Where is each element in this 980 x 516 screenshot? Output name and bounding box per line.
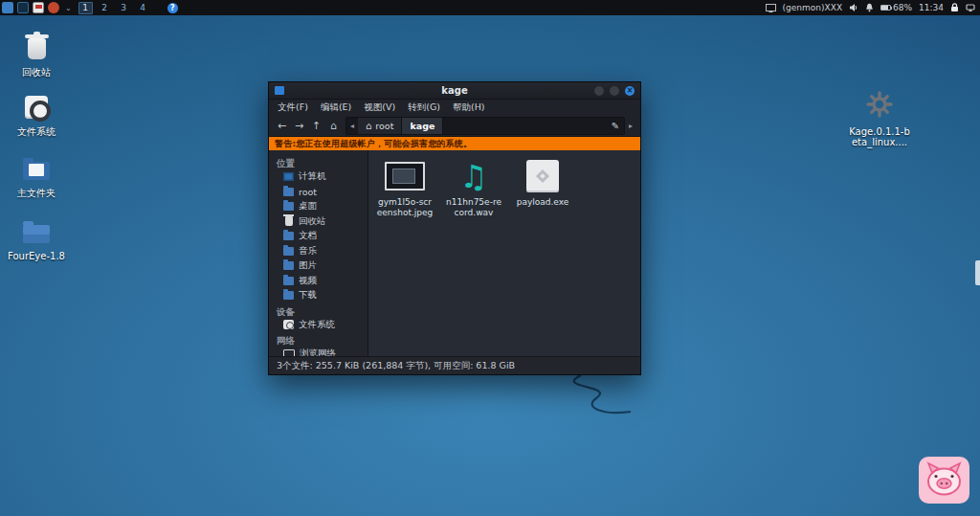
sidebar-item-pictures[interactable]: 图片	[269, 258, 368, 274]
window-app-icon	[275, 86, 284, 95]
sidebar-item-browse-network[interactable]: 浏览网络	[269, 347, 368, 356]
home-button[interactable]: ⌂	[325, 117, 342, 134]
genmon-label: (genmon)XXX	[783, 3, 842, 12]
sidebar-item-label: 桌面	[299, 200, 317, 213]
genmon-monitor-icon	[766, 4, 776, 12]
file-list-area[interactable]: gym1l5o-screenshot.jpeg ♫ n11hn75e-recor…	[368, 150, 640, 356]
desktop-icon-foureye[interactable]: FourEye-1.8	[5, 213, 68, 261]
sidebar-item-filesystem[interactable]: 文件系统	[269, 318, 368, 333]
computer-icon	[283, 172, 294, 181]
wallpaper-squiggle	[541, 373, 656, 423]
sidebar-item-label: 浏览网络	[300, 348, 336, 356]
forward-button[interactable]: →	[291, 117, 307, 134]
places-sidebar: 位置 计算机 root 桌面 回收站 文档 音乐 图片 视频 下载 设备 文件系…	[269, 150, 368, 356]
file-item-payload[interactable]: payload.exe	[513, 157, 572, 208]
disk-drive-icon	[25, 88, 48, 119]
workspace-button-2[interactable]: 2	[98, 2, 112, 14]
folder-icon	[283, 291, 294, 300]
sidebar-item-label: 文档	[299, 230, 317, 242]
path-bar[interactable]: ◂ ⌂ root kage ✎	[345, 117, 625, 135]
workspace-button-3[interactable]: 3	[117, 2, 131, 14]
help-icon[interactable]: ?	[167, 3, 178, 13]
edit-path-icon[interactable]: ✎	[607, 121, 624, 131]
workspace-button-1[interactable]: 1	[78, 2, 93, 14]
folder-icon	[23, 213, 50, 243]
battery-percent: 68%	[893, 3, 912, 12]
file-name: gym1l5o-screenshot.jpeg	[376, 197, 434, 217]
breadcrumb-current-label: kage	[410, 121, 434, 131]
sidebar-item-trash[interactable]: 回收站	[269, 214, 368, 230]
up-button[interactable]: ↑	[308, 117, 324, 134]
volume-icon[interactable]	[849, 3, 858, 12]
notification-bell-icon[interactable]	[865, 3, 874, 12]
sidebar-section-devices: 设备	[269, 303, 368, 318]
sidebar-item-videos[interactable]: 视频	[269, 274, 368, 289]
sidebar-item-computer[interactable]: 计算机	[269, 169, 368, 185]
folder-icon	[283, 202, 294, 211]
executable-file-icon	[526, 157, 559, 195]
desktop-icon-label: FourEye-1.8	[8, 251, 65, 261]
menu-edit[interactable]: 编辑(E)	[321, 101, 351, 114]
sidebar-item-documents[interactable]: 文档	[269, 229, 368, 244]
file-item-record[interactable]: ♫ n11hn75e-record.wav	[444, 157, 503, 217]
desktop-icon-filesystem[interactable]: 文件系统	[5, 88, 68, 137]
pig-sticker	[919, 457, 969, 507]
network-icon[interactable]	[966, 4, 975, 12]
clock[interactable]: 11:34	[919, 3, 944, 12]
toolbar: ← → ↑ ⌂ ◂ ⌂ root kage ✎ ▸	[269, 115, 640, 137]
desktop-icon-kage[interactable]: Kage.0.1.1-beta_linux....	[848, 88, 911, 147]
breadcrumb-root[interactable]: ⌂ root	[358, 118, 402, 134]
desktop-icon-label: 回收站	[22, 67, 51, 78]
sidebar-item-music[interactable]: 音乐	[269, 244, 368, 259]
menu-help[interactable]: 帮助(H)	[453, 101, 485, 114]
folder-icon	[283, 261, 294, 270]
lock-icon[interactable]	[950, 3, 959, 12]
app-launcher-editor-icon[interactable]	[33, 2, 44, 13]
gear-icon	[865, 88, 894, 119]
app-launcher-browser-icon[interactable]	[48, 2, 59, 13]
back-button[interactable]: ←	[274, 117, 290, 134]
panel-status-area: (genmon)XXX 68% 11:34	[766, 3, 980, 12]
sidebar-item-desktop[interactable]: 桌面	[269, 199, 368, 214]
file-name: payload.exe	[517, 197, 569, 208]
sidebar-item-label: 文件系统	[299, 319, 335, 331]
sidebar-item-label: 下载	[299, 289, 317, 302]
home-folder-icon	[23, 149, 50, 180]
window-titlebar[interactable]: kage ×	[269, 82, 640, 100]
app-launcher-files-icon[interactable]	[2, 2, 13, 13]
file-item-screenshot[interactable]: gym1l5o-screenshot.jpeg	[375, 157, 434, 217]
desktop-icon-label: 文件系统	[17, 126, 56, 137]
folder-icon	[283, 232, 294, 240]
folder-icon	[283, 247, 294, 256]
desktop-icon-trash[interactable]: 回收站	[5, 29, 68, 78]
desktop-icon-home[interactable]: 主文件夹	[5, 149, 68, 198]
window-title: kage	[269, 85, 640, 96]
battery-indicator[interactable]: 68%	[880, 3, 912, 12]
close-button[interactable]: ×	[625, 86, 635, 96]
breadcrumb-overflow-icon[interactable]: ◂	[346, 122, 358, 130]
menu-go[interactable]: 转到(G)	[408, 101, 440, 114]
sidebar-item-root[interactable]: root	[269, 185, 368, 200]
launcher-dropdown-caret-icon[interactable]: ⌄	[63, 4, 74, 12]
menu-view[interactable]: 视图(V)	[364, 101, 395, 114]
image-thumbnail-icon	[385, 157, 425, 195]
breadcrumb-next-icon[interactable]: ▸	[626, 122, 635, 130]
sidebar-section-network: 网络	[269, 332, 368, 347]
desktop-icon-label: 主文件夹	[17, 188, 56, 198]
minimize-button[interactable]	[594, 86, 604, 96]
app-launcher-terminal-icon[interactable]	[17, 2, 29, 13]
sidebar-item-label: 计算机	[299, 170, 326, 183]
workspace-button-4[interactable]: 4	[136, 2, 150, 14]
sidebar-item-label: root	[299, 187, 317, 197]
folder-icon	[283, 188, 294, 196]
breadcrumb-current[interactable]: kage	[402, 118, 443, 134]
top-panel: ⌄ 1 2 3 4 ? (genmon)XXX 68% 11:34	[0, 0, 980, 15]
status-bar: 3个文件: 255.7 KiB (261,884 字节), 可用空间: 61.8…	[269, 356, 640, 374]
folder-icon	[283, 277, 294, 285]
file-manager-window: kage × 文件(F) 编辑(E) 视图(V) 转到(G) 帮助(H) ← →…	[268, 81, 641, 375]
menu-file[interactable]: 文件(F)	[278, 101, 308, 114]
trash-icon	[285, 216, 293, 226]
sidebar-item-downloads[interactable]: 下载	[269, 288, 368, 303]
sidebar-section-places: 位置	[269, 155, 368, 169]
maximize-button[interactable]	[610, 86, 619, 96]
